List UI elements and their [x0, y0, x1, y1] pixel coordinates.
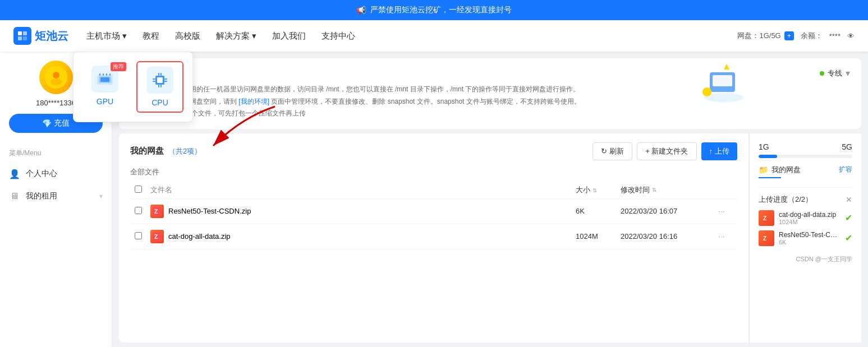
- upload-item-1-info: cat-dog-all-data.zip 1024M: [779, 211, 841, 225]
- new-folder-button[interactable]: + 新建文件夹: [637, 142, 696, 160]
- nav-item-tutorial[interactable]: 教程: [143, 31, 159, 41]
- info-line-3: 3.若需要上传/下载多个文件，可先打包一个压缩文件再上传: [130, 108, 850, 120]
- all-files-label: 全部文件: [130, 167, 737, 177]
- file-1-name: ResNet50-Test-CSDN.zip: [168, 207, 251, 215]
- upload-item-2-info: ResNet50-Test-CSDN.... 6K: [779, 231, 841, 246]
- sidebar-item-rental[interactable]: 🖥 我的租用 ▾: [0, 185, 112, 207]
- upload-item-2-icon: Z: [759, 230, 774, 246]
- storage-underline: [759, 177, 781, 178]
- total-storage: 5G: [842, 142, 852, 151]
- svg-text:Z: Z: [763, 235, 766, 242]
- nav-market-label: 主机市场: [86, 31, 120, 41]
- svg-rect-7: [99, 73, 100, 76]
- cpu-label: CPU: [151, 98, 168, 107]
- balance-value: ****: [829, 32, 841, 40]
- svg-rect-27: [713, 75, 732, 86]
- file-2-name: cat-dog-all-data.zip: [168, 232, 231, 240]
- svg-rect-16: [160, 85, 162, 87]
- svg-rect-1: [23, 31, 27, 35]
- file-2-actions[interactable]: ···: [710, 232, 733, 240]
- disk-plus-button[interactable]: +: [784, 31, 794, 40]
- heart-icon: 💎: [42, 119, 52, 128]
- svg-rect-17: [153, 78, 155, 80]
- upload-item-1: Z cat-dog-all-data.zip 1024M ✔: [759, 210, 852, 226]
- file-1-actions[interactable]: ···: [710, 207, 733, 215]
- csdn-watermark: CSDN @一支王同学: [759, 255, 852, 263]
- nav-solutions-label: 解决方案: [216, 31, 250, 41]
- upload-progress-title: 上传进度（2/2）: [759, 195, 812, 205]
- upload-item-2-size: 6K: [779, 239, 841, 246]
- file-2-name-cell: Z cat-dog-all-data.zip: [150, 230, 576, 243]
- time-sort-icon[interactable]: ⇅: [652, 187, 656, 193]
- upload-item-1-icon: Z: [759, 210, 774, 226]
- top-banner: 📢 严禁使用矩池云挖矿，一经发现直接封号: [0, 0, 868, 20]
- sidebar-item-profile[interactable]: 👤 个人中心: [0, 163, 112, 185]
- banner-icon: 📢: [356, 6, 366, 15]
- right-content: 使用说明 专线 ▾ 1.您可以在矩池云租用的任一机器里访问网盘里的数据: [112, 52, 868, 347]
- nav-tutorial-label: 教程: [143, 31, 159, 41]
- nav-item-market[interactable]: 主机市场 ▾: [86, 31, 127, 41]
- exclusive-arrow[interactable]: ▾: [846, 68, 850, 78]
- new-folder-label: + 新建文件夹: [645, 146, 688, 156]
- upload-label: 上传: [715, 146, 729, 156]
- svg-point-23: [50, 78, 62, 85]
- nav-items: 主机市场 ▾ 教程 高校版 解决方案 ▾ 加入我们 支持中心: [86, 31, 737, 41]
- table-header: 文件名 大小 ⇅ 修改时间 ⇅: [130, 182, 737, 199]
- cpu-icon: [146, 67, 173, 94]
- nav-item-join[interactable]: 加入我们: [272, 31, 306, 41]
- upload-button[interactable]: ↑ 上传: [701, 142, 738, 160]
- upload-progress: 上传进度（2/2） ✕ Z cat-dog-all-data.zip 1024M: [759, 187, 852, 246]
- gpu-badge: 推荐: [111, 62, 126, 71]
- size-header-label: 大小: [576, 186, 590, 194]
- expand-link[interactable]: 扩容: [839, 165, 852, 174]
- storage-bar-container: 1G 5G 📁 我的网盘 扩容: [759, 142, 852, 178]
- upload-icon: ↑: [709, 147, 713, 155]
- svg-rect-13: [158, 73, 159, 76]
- upload-item-2-name: ResNet50-Test-CSDN....: [779, 231, 841, 239]
- file-1-icon: Z: [150, 205, 164, 218]
- nav-solutions-arrow: ▾: [252, 31, 256, 41]
- my-disk-storage-label: 我的网盘: [771, 165, 801, 175]
- logo-icon: [13, 27, 31, 45]
- size-sort-icon[interactable]: ⇅: [593, 187, 597, 193]
- col-size-header: 大小 ⇅: [576, 185, 621, 195]
- gpu-label: GPU: [97, 97, 113, 106]
- nav-item-support[interactable]: 支持中心: [322, 31, 355, 41]
- recharge-label: 充值: [54, 118, 70, 128]
- profile-label: 个人中心: [26, 169, 57, 179]
- upload-item-2-check: ✔: [845, 233, 852, 243]
- nav-item-university[interactable]: 高校版: [175, 31, 200, 41]
- storage-labels: 1G 5G: [759, 142, 852, 151]
- disk-item-icon: 📁: [759, 165, 768, 174]
- svg-rect-15: [158, 85, 159, 87]
- file-1-size: 6K: [576, 207, 621, 215]
- svg-rect-2: [18, 36, 22, 40]
- dropdown-cpu[interactable]: CPU: [136, 61, 183, 113]
- nav-item-solutions[interactable]: 解决方案 ▾: [216, 31, 256, 41]
- file-1-name-cell: Z ResNet50-Test-CSDN.zip: [150, 205, 576, 218]
- balance-eye-icon[interactable]: 👁: [847, 32, 855, 40]
- col-filename-header: 文件名: [150, 185, 576, 195]
- col-time-header: 修改时间 ⇅: [621, 185, 710, 195]
- file-1-checkbox[interactable]: [135, 207, 142, 214]
- my-env-link[interactable]: [我的环境]: [238, 98, 269, 105]
- svg-rect-8: [103, 73, 104, 76]
- upload-progress-close[interactable]: ✕: [846, 195, 852, 204]
- svg-rect-19: [164, 78, 167, 80]
- select-all-checkbox[interactable]: [135, 186, 142, 193]
- navbar: 矩池云 主机市场 ▾ 教程 高校版 解决方案 ▾ 加入我们 支持中心 网盘：1G…: [0, 20, 868, 52]
- logo[interactable]: 矩池云: [13, 27, 68, 45]
- svg-text:Z: Z: [154, 234, 158, 240]
- file-2-size: 1024M: [576, 232, 621, 240]
- dropdown-gpu[interactable]: 推荐 GPU: [82, 61, 127, 113]
- refresh-button[interactable]: ↻ 刷新: [593, 142, 632, 160]
- table-row: Z ResNet50-Test-CSDN.zip 6K 2022/03/20 1…: [130, 199, 737, 224]
- rental-label: 我的租用: [26, 191, 57, 201]
- svg-text:Z: Z: [763, 215, 766, 221]
- storage-bar: [759, 155, 852, 158]
- storage-disk-left: 📁 我的网盘: [759, 165, 801, 175]
- refresh-icon: ↻: [601, 147, 607, 155]
- svg-rect-6: [100, 77, 109, 82]
- disk-actions: ↻ 刷新 + 新建文件夹 ↑ 上传: [593, 142, 737, 160]
- file-2-checkbox[interactable]: [135, 232, 142, 239]
